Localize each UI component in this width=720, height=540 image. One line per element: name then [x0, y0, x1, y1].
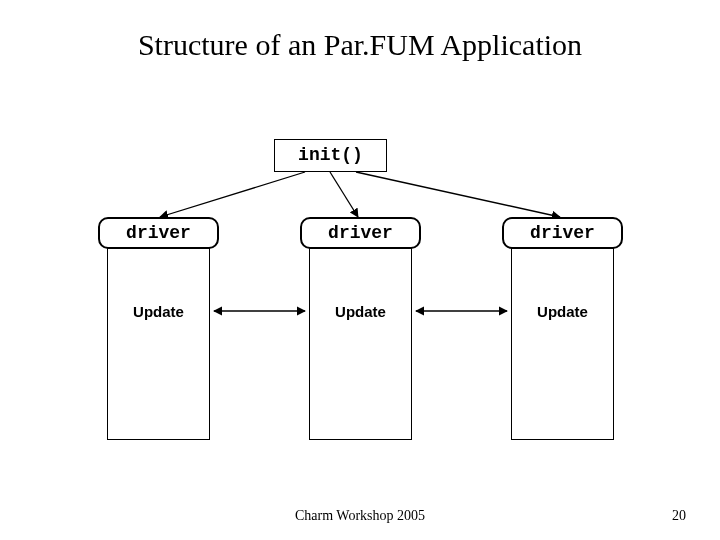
driver-box-2: driver — [300, 217, 421, 249]
init-box: init() — [274, 139, 387, 172]
update-label-1: Update — [107, 303, 210, 320]
arrow-init-to-driver3 — [356, 172, 560, 217]
driver-box-3: driver — [502, 217, 623, 249]
page-number: 20 — [672, 508, 686, 524]
arrow-init-to-driver1 — [160, 172, 305, 217]
update-label-3: Update — [511, 303, 614, 320]
footer-caption: Charm Workshop 2005 — [0, 508, 720, 524]
process-column-1 — [107, 225, 210, 440]
slide: Structure of an Par.FUM Application init… — [0, 0, 720, 540]
update-label-2: Update — [309, 303, 412, 320]
arrow-init-to-driver2 — [330, 172, 358, 217]
process-column-2 — [309, 225, 412, 440]
slide-title: Structure of an Par.FUM Application — [0, 28, 720, 62]
process-column-3 — [511, 225, 614, 440]
driver-box-1: driver — [98, 217, 219, 249]
